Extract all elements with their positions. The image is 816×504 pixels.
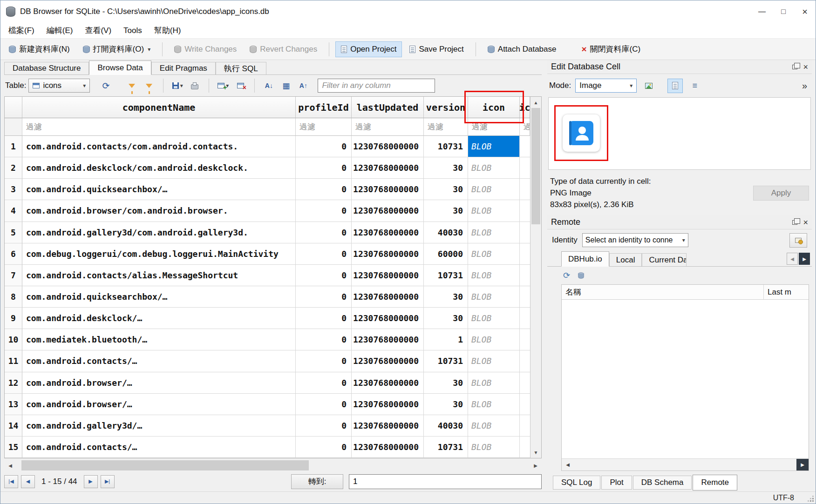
- insert-record-button[interactable]: ▾: [216, 78, 231, 93]
- cell-partial[interactable]: [520, 243, 530, 265]
- cell-version[interactable]: 30: [424, 157, 468, 179]
- remote-horizontal-scrollbar[interactable]: ◀ ▶: [562, 458, 809, 470]
- tab-database-structure[interactable]: Database Structure: [4, 62, 89, 74]
- cell-profileId[interactable]: 0: [296, 265, 352, 286]
- encoding-label[interactable]: UTF-8: [773, 494, 794, 502]
- cell-partial[interactable]: [520, 329, 530, 350]
- column-header-profileId[interactable]: profileId: [296, 97, 352, 118]
- cell-lastUpdated[interactable]: 1230768000000: [352, 350, 424, 372]
- tab-edit-pragmas[interactable]: Edit Pragmas: [151, 62, 216, 74]
- column-header-componentName[interactable]: componentName: [22, 97, 296, 118]
- cell-componentName[interactable]: com.android.gallery3d/com.android.galler…: [22, 222, 296, 243]
- tab-local[interactable]: Local: [609, 253, 642, 266]
- cell-profileId[interactable]: 0: [296, 437, 352, 458]
- close-database-button[interactable]: × 關閉資料庫(C): [576, 40, 646, 58]
- delete-record-button[interactable]: [233, 78, 248, 93]
- cell-lastUpdated[interactable]: 1230768000000: [352, 222, 424, 243]
- cell-lastUpdated[interactable]: 1230768000000: [352, 179, 424, 200]
- open-database-button[interactable]: 打開資料庫(O) ▾: [77, 40, 156, 58]
- menu-item-view[interactable]: 查看(V): [79, 23, 117, 39]
- cell-componentName[interactable]: com.android.quicksearchbox/…: [22, 179, 296, 200]
- column-header-version[interactable]: version: [424, 97, 468, 118]
- cell-version[interactable]: 40030: [424, 415, 468, 437]
- cell-componentName[interactable]: com.mediatek.bluetooth/…: [22, 329, 296, 350]
- goto-input[interactable]: [349, 474, 542, 489]
- dropdown-arrow-icon[interactable]: ▾: [148, 46, 150, 53]
- vertical-scrollbar-thumb[interactable]: [531, 108, 540, 224]
- cell-version[interactable]: 10731: [424, 136, 468, 157]
- cell-partial[interactable]: [520, 350, 530, 372]
- sort-descending-button[interactable]: A↑: [296, 78, 311, 93]
- tab-db-schema[interactable]: DB Schema: [633, 476, 692, 490]
- attach-database-button[interactable]: Attach Database: [482, 41, 562, 57]
- cell-lastUpdated[interactable]: 1230768000000: [352, 372, 424, 394]
- horizontal-scrollbar[interactable]: ◀ ▶: [4, 459, 542, 471]
- cell-version[interactable]: 30: [424, 179, 468, 200]
- sort-ascending-button[interactable]: A↓: [261, 78, 276, 93]
- cell-lastUpdated[interactable]: 1230768000000: [352, 243, 424, 265]
- cell-componentName[interactable]: com.android.contacts/alias.MessageShortc…: [22, 265, 296, 286]
- cell-lastUpdated[interactable]: 1230768000000: [352, 394, 424, 415]
- cell-icon-blob[interactable]: BLOB: [468, 372, 520, 394]
- cell-componentName[interactable]: com.android.contacts/com.android.contact…: [22, 136, 296, 157]
- cell-lastUpdated[interactable]: 1230768000000: [352, 415, 424, 437]
- scroll-down-icon[interactable]: ▼: [530, 447, 541, 458]
- open-project-button[interactable]: Open Project: [335, 41, 402, 57]
- import-certificate-button[interactable]: [789, 233, 807, 248]
- cell-profileId[interactable]: 0: [296, 243, 352, 265]
- remote-file-list[interactable]: [562, 300, 809, 458]
- cell-componentName[interactable]: com.android.browser/com.android.browser.: [22, 200, 296, 222]
- cell-profileId[interactable]: 0: [296, 308, 352, 329]
- cell-partial[interactable]: [520, 222, 530, 243]
- cell-profileId[interactable]: 0: [296, 350, 352, 372]
- column-header-icon[interactable]: icon: [468, 97, 520, 118]
- column-header-partial[interactable]: ic: [520, 97, 530, 118]
- close-button[interactable]: ×: [794, 0, 816, 23]
- close-panel-icon[interactable]: ×: [803, 63, 808, 71]
- cell-componentName[interactable]: com.android.browser/…: [22, 394, 296, 415]
- tab-plot[interactable]: Plot: [601, 476, 632, 490]
- cell-version[interactable]: 60000: [424, 243, 468, 265]
- tab-scroll-right-icon[interactable]: ▶: [799, 253, 810, 265]
- document-view-button[interactable]: [667, 79, 683, 93]
- new-database-button[interactable]: 新建資料庫(N): [3, 40, 75, 58]
- cell-version[interactable]: 10731: [424, 265, 468, 286]
- first-record-button[interactable]: |◀: [4, 475, 18, 488]
- cell-profileId[interactable]: 0: [296, 415, 352, 437]
- clear-filters-button[interactable]: [124, 78, 139, 93]
- close-panel-icon[interactable]: ×: [803, 218, 808, 227]
- minimize-button[interactable]: —: [751, 0, 773, 23]
- float-panel-icon[interactable]: [792, 220, 797, 225]
- save-project-button[interactable]: Save Project: [404, 41, 469, 57]
- cell-icon-blob[interactable]: BLOB: [468, 286, 520, 308]
- previous-record-button[interactable]: ◀: [21, 475, 35, 488]
- next-record-button[interactable]: ▶: [84, 475, 98, 488]
- float-panel-icon[interactable]: [792, 65, 797, 69]
- overflow-chevron-icon[interactable]: »: [802, 81, 810, 91]
- cell-profileId[interactable]: 0: [296, 286, 352, 308]
- table-select[interactable]: icons ▾: [28, 79, 90, 93]
- goto-button[interactable]: 轉到:: [291, 474, 343, 489]
- cell-version[interactable]: 30: [424, 200, 468, 222]
- remote-modified-header[interactable]: Last m: [764, 285, 809, 299]
- last-record-button[interactable]: ▶|: [101, 475, 115, 488]
- save-filter-button[interactable]: [142, 78, 156, 93]
- filter-partial[interactable]: 過濾: [520, 118, 530, 136]
- remote-scroll-left-icon[interactable]: ◀: [562, 459, 574, 470]
- cell-icon-blob[interactable]: BLOB: [468, 222, 520, 243]
- cell-version[interactable]: 30: [424, 308, 468, 329]
- maximize-button[interactable]: □: [773, 0, 794, 23]
- cell-componentName[interactable]: com.android.gallery3d/…: [22, 415, 296, 437]
- print-button[interactable]: [187, 78, 202, 93]
- cell-lastUpdated[interactable]: 1230768000000: [352, 265, 424, 286]
- cell-profileId[interactable]: 0: [296, 136, 352, 157]
- menu-item-help[interactable]: 幫助(H): [148, 23, 187, 39]
- cell-partial[interactable]: [520, 136, 530, 157]
- tab-remote[interactable]: Remote: [693, 475, 737, 491]
- cell-icon-blob[interactable]: BLOB: [468, 308, 520, 329]
- tab-dbhub[interactable]: DBHub.io: [561, 251, 609, 267]
- filter-input[interactable]: [318, 79, 435, 93]
- cell-profileId[interactable]: 0: [296, 372, 352, 394]
- cell-profileId[interactable]: 0: [296, 329, 352, 350]
- cell-profileId[interactable]: 0: [296, 222, 352, 243]
